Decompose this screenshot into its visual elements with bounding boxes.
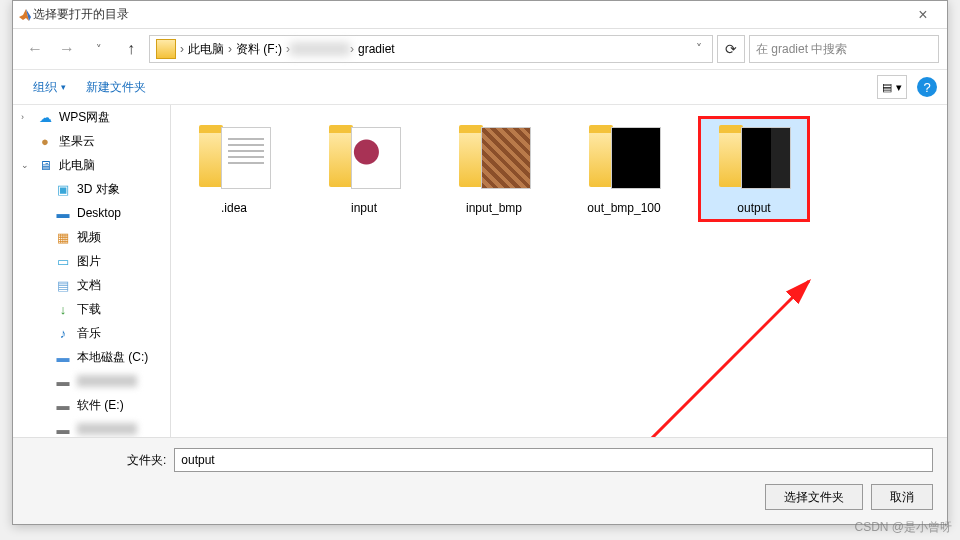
sidebar-item-5[interactable]: ▦视频 bbox=[13, 225, 170, 249]
tree-icon: ▬ bbox=[55, 205, 71, 221]
folder-name-label: 文件夹: bbox=[127, 452, 166, 469]
organize-button[interactable]: 组织 ▾ bbox=[23, 75, 76, 100]
tree-icon: ▭ bbox=[55, 253, 71, 269]
search-placeholder: 在 gradiet 中搜索 bbox=[756, 41, 847, 58]
address-bar[interactable]: › 此电脑 › 资料 (F:) › xxxxxx › gradiet ˅ bbox=[149, 35, 713, 63]
tree-icon: 🖥 bbox=[37, 157, 53, 173]
dialog-body: ›☁WPS网盘●坚果云⌄🖥此电脑▣3D 对象▬Desktop▦视频▭图片▤文档↓… bbox=[13, 105, 947, 437]
tree-label: 图片 bbox=[77, 253, 101, 270]
tree-icon: ♪ bbox=[55, 325, 71, 341]
tree-icon: ↓ bbox=[55, 301, 71, 317]
select-folder-button[interactable]: 选择文件夹 bbox=[765, 484, 863, 510]
folder-input_bmp[interactable]: input_bmp bbox=[439, 117, 549, 221]
sidebar-item-6[interactable]: ▭图片 bbox=[13, 249, 170, 273]
expand-icon: › bbox=[21, 112, 31, 122]
sidebar-item-0[interactable]: ›☁WPS网盘 bbox=[13, 105, 170, 129]
tree-label: 软件 (E:) bbox=[77, 397, 124, 414]
path-dropdown[interactable]: ˅ bbox=[688, 42, 710, 56]
up-button[interactable]: ↑ bbox=[117, 35, 145, 63]
tree-icon: ▣ bbox=[55, 181, 71, 197]
folder-label: input_bmp bbox=[466, 201, 522, 215]
sidebar-item-7[interactable]: ▤文档 bbox=[13, 273, 170, 297]
forward-button[interactable]: → bbox=[53, 35, 81, 63]
sidebar-item-9[interactable]: ♪音乐 bbox=[13, 321, 170, 345]
tree-label: 视频 bbox=[77, 229, 101, 246]
tree-icon: ☁ bbox=[37, 109, 53, 125]
tree-label: 3D 对象 bbox=[77, 181, 120, 198]
folder-label: input bbox=[351, 201, 377, 215]
tree-label bbox=[77, 423, 137, 435]
folder-icon bbox=[455, 123, 533, 195]
dialog-title: 选择要打开的目录 bbox=[33, 6, 903, 23]
sidebar-item-4[interactable]: ▬Desktop bbox=[13, 201, 170, 225]
svg-line-0 bbox=[639, 281, 809, 437]
folder-label: .idea bbox=[221, 201, 247, 215]
tree-icon: ▤ bbox=[55, 277, 71, 293]
search-input[interactable]: 在 gradiet 中搜索 bbox=[749, 35, 939, 63]
tree-icon: ▬ bbox=[55, 397, 71, 413]
expand-icon: ⌄ bbox=[21, 160, 31, 170]
nav-row: ← → ˅ ↑ › 此电脑 › 资料 (F:) › xxxxxx › gradi… bbox=[13, 29, 947, 69]
sidebar-item-1[interactable]: ●坚果云 bbox=[13, 129, 170, 153]
sidebar-item-8[interactable]: ↓下载 bbox=[13, 297, 170, 321]
annotation-arrow bbox=[629, 261, 829, 437]
sidebar-item-13[interactable]: ▬ bbox=[13, 417, 170, 437]
sidebar-item-10[interactable]: ▬本地磁盘 (C:) bbox=[13, 345, 170, 369]
dialog-footer: 文件夹: 选择文件夹 取消 bbox=[13, 437, 947, 524]
tree-icon: ▬ bbox=[55, 349, 71, 365]
folder-icon bbox=[156, 39, 176, 59]
tree-label: 本地磁盘 (C:) bbox=[77, 349, 148, 366]
folder-icon bbox=[195, 123, 273, 195]
folder-.idea[interactable]: .idea bbox=[179, 117, 289, 221]
folder-label: output bbox=[737, 201, 770, 215]
folder-select-dialog: 选择要打开的目录 × ← → ˅ ↑ › 此电脑 › 资料 (F:) › xxx… bbox=[12, 0, 948, 525]
tree-label: Desktop bbox=[77, 206, 121, 220]
sidebar-item-11[interactable]: ▬ bbox=[13, 369, 170, 393]
sidebar-item-3[interactable]: ▣3D 对象 bbox=[13, 177, 170, 201]
new-folder-button[interactable]: 新建文件夹 bbox=[76, 75, 156, 100]
folder-icon bbox=[325, 123, 403, 195]
path-seg-drive[interactable]: 资料 (F:) bbox=[232, 41, 286, 58]
folder-out_bmp_100[interactable]: out_bmp_100 bbox=[569, 117, 679, 221]
matlab-logo-icon bbox=[17, 7, 33, 23]
titlebar: 选择要打开的目录 × bbox=[13, 1, 947, 29]
cancel-button[interactable]: 取消 bbox=[871, 484, 933, 510]
tree-icon: ▦ bbox=[55, 229, 71, 245]
tree-icon: ● bbox=[37, 133, 53, 149]
folder-output[interactable]: output bbox=[699, 117, 809, 221]
folder-name-input[interactable] bbox=[174, 448, 933, 472]
tree-label: 音乐 bbox=[77, 325, 101, 342]
tree-label: 坚果云 bbox=[59, 133, 95, 150]
path-seg-blurred[interactable]: xxxxxx bbox=[290, 42, 350, 56]
sidebar[interactable]: ›☁WPS网盘●坚果云⌄🖥此电脑▣3D 对象▬Desktop▦视频▭图片▤文档↓… bbox=[13, 105, 171, 437]
view-button[interactable]: ▤ ▾ bbox=[877, 75, 907, 99]
folder-input[interactable]: input bbox=[309, 117, 419, 221]
path-seg-current[interactable]: gradiet bbox=[354, 42, 399, 56]
back-button[interactable]: ← bbox=[21, 35, 49, 63]
folder-content[interactable]: .ideainputinput_bmpout_bmp_100output bbox=[171, 105, 947, 437]
sidebar-item-12[interactable]: ▬软件 (E:) bbox=[13, 393, 170, 417]
path-seg-pc[interactable]: 此电脑 bbox=[184, 41, 228, 58]
help-button[interactable]: ? bbox=[917, 77, 937, 97]
tree-label: 文档 bbox=[77, 277, 101, 294]
tree-label: 下载 bbox=[77, 301, 101, 318]
tree-icon: ▬ bbox=[55, 421, 71, 437]
tree-label bbox=[77, 375, 137, 387]
sidebar-item-2[interactable]: ⌄🖥此电脑 bbox=[13, 153, 170, 177]
toolbar: 组织 ▾ 新建文件夹 ▤ ▾ ? bbox=[13, 69, 947, 105]
close-button[interactable]: × bbox=[903, 6, 943, 24]
tree-label: WPS网盘 bbox=[59, 109, 110, 126]
tree-label: 此电脑 bbox=[59, 157, 95, 174]
tree-icon: ▬ bbox=[55, 373, 71, 389]
folder-icon bbox=[585, 123, 663, 195]
folder-label: out_bmp_100 bbox=[587, 201, 660, 215]
watermark: CSDN @是小曾呀 bbox=[854, 519, 952, 536]
refresh-button[interactable]: ⟳ bbox=[717, 35, 745, 63]
folder-icon bbox=[715, 123, 793, 195]
history-dropdown[interactable]: ˅ bbox=[85, 35, 113, 63]
